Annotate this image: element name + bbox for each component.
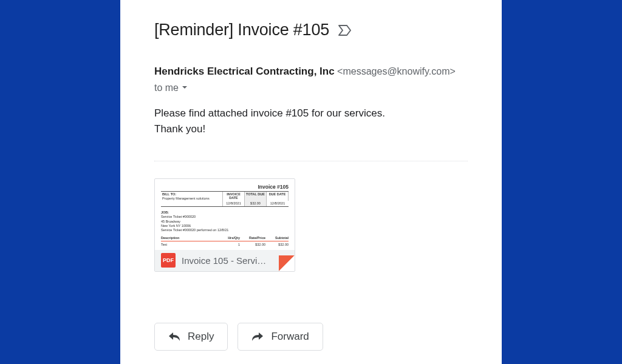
col-desc: Description (161, 236, 222, 240)
email-subject: [Reminder] Invoice #105 (154, 21, 329, 39)
sender-block: Hendricks Electrical Contracting, Inc <m… (154, 66, 468, 93)
job-line: Service Ticket #000020 (161, 215, 289, 219)
invoice-header-grid: BILL TO: Property Management solutions I… (161, 191, 289, 207)
billto-name: Property Management solutions (162, 197, 221, 200)
attachments-divider (154, 161, 468, 161)
forward-arrow-icon (251, 332, 264, 342)
forward-label: Forward (271, 331, 309, 343)
attachment-preview: Invoice #105 BILL TO: Property Managemen… (155, 179, 295, 251)
attachment-footer: PDF Invoice 105 - Servi… (155, 250, 295, 271)
sender-name: Hendricks Electrical Contracting, Inc (154, 66, 335, 77)
inv-val-date: 12/8/2021 (223, 201, 245, 206)
attachment-filename: Invoice 105 - Servi… (182, 255, 266, 266)
email-body: Please find attached invoice #105 for ou… (154, 106, 468, 138)
col-rate: Rate/Price (240, 236, 265, 240)
reply-arrow-icon (168, 332, 180, 342)
inv-col-date: INVOICE DATE (223, 192, 245, 201)
sender-email: <messages@knowify.com> (337, 66, 456, 76)
invoice-accent-rule (161, 241, 289, 241)
body-line: Thank you! (154, 121, 468, 137)
invoice-job-block: JOB: Service Ticket #000020 45 Broadway … (161, 211, 289, 233)
inv-val-total: $32.00 (245, 201, 267, 206)
col-qty: Hrs/Qty (222, 236, 240, 240)
job-label: JOB: (161, 211, 289, 215)
job-line: New York NY 10006 (161, 224, 289, 228)
reply-label: Reply (188, 331, 214, 343)
recipient-label: to me (154, 83, 179, 93)
attachment-card[interactable]: Invoice #105 BILL TO: Property Managemen… (154, 178, 295, 272)
email-content: [Reminder] Invoice #105 Hendricks Electr… (120, 0, 502, 272)
col-sub: Subtotal (265, 236, 289, 240)
item-rate: $32.00 (240, 243, 265, 246)
email-panel: [Reminder] Invoice #105 Hendricks Electr… (120, 0, 502, 364)
recipient-toggle[interactable]: to me (154, 83, 468, 93)
inv-col-due: DUE DATE (267, 192, 289, 201)
sender-line: Hendricks Electrical Contracting, Inc <m… (154, 66, 468, 78)
subject-row: [Reminder] Invoice #105 (154, 21, 468, 39)
inv-col-total: TOTAL DUE (245, 192, 267, 201)
job-line: 45 Broadway (161, 220, 289, 224)
label-important-icon[interactable] (338, 24, 352, 36)
caret-down-icon (181, 83, 188, 93)
billto-label: BILL TO: (162, 192, 221, 196)
reply-button[interactable]: Reply (154, 323, 228, 351)
pdf-icon: PDF (161, 253, 176, 268)
email-actions: Reply Forward (154, 323, 323, 351)
forward-button[interactable]: Forward (238, 323, 323, 351)
invoice-columns: Description Hrs/Qty Rate/Price Subtotal (161, 236, 289, 240)
inv-val-due: 12/8/2021 (267, 201, 289, 206)
item-sub: $32.00 (265, 243, 289, 246)
item-desc: Test (161, 243, 222, 246)
body-line: Please find attached invoice #105 for ou… (154, 106, 468, 121)
item-qty: 1 (222, 243, 240, 246)
job-line: Service Ticket #000020 performed on 12/8… (161, 228, 289, 232)
invoice-title: Invoice #105 (161, 184, 289, 190)
invoice-item-row: Test 1 $32.00 $32.00 (161, 243, 289, 246)
page-fold-cut-icon (279, 255, 295, 271)
